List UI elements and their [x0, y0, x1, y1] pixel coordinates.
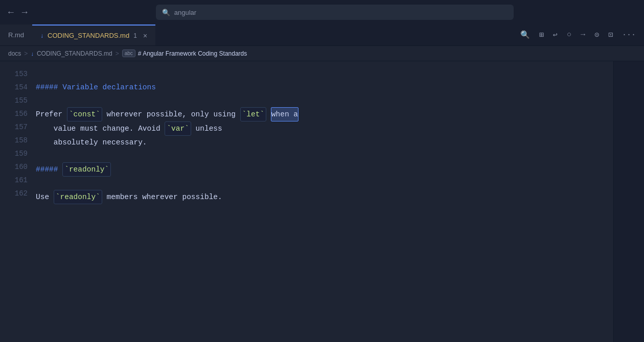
line-number-159: 159: [0, 147, 28, 160]
forward-icon[interactable]: →: [581, 31, 585, 39]
inline-code: `let`: [240, 107, 267, 121]
history-icon[interactable]: ⊙: [594, 30, 599, 40]
code-line-1: ##### Variable declarations: [36, 81, 613, 94]
code-line-8: [36, 177, 613, 190]
line-number-162: 162: [0, 187, 28, 200]
breadcrumb-sep2: >: [116, 50, 119, 57]
code-line-10: [36, 204, 613, 217]
code-line-2: [36, 94, 613, 107]
breadcrumb-sep1: >: [24, 50, 28, 57]
line-numbers: 153154155156157158159160161162: [0, 61, 36, 342]
line-number-154: 154: [0, 81, 28, 94]
tab-rmd[interactable]: R.md: [0, 25, 32, 45]
title-bar: ← → 🔍 angular: [0, 0, 644, 25]
back-button[interactable]: ←: [8, 7, 14, 17]
search-text: angular: [174, 9, 196, 16]
right-panel: [613, 61, 644, 342]
breadcrumb-heading: abc # Angular Framework Coding Standards: [122, 50, 247, 57]
tab-close-button[interactable]: ×: [143, 32, 147, 40]
code-line-0: [36, 67, 613, 81]
tab-download-icon: ↓: [40, 32, 43, 39]
search-bar[interactable]: 🔍 angular: [156, 5, 514, 20]
code-line-9: Use `readonly` members wherever possible…: [36, 190, 613, 204]
breadcrumb-heading-text: # Angular Framework Coding Standards: [138, 50, 247, 57]
search-toolbar-icon[interactable]: 🔍: [520, 30, 530, 40]
line-number-156: 156: [0, 107, 28, 120]
breadcrumb-abc-badge: abc: [122, 50, 135, 57]
editor-area: 153154155156157158159160161162 ##### Var…: [0, 61, 644, 342]
line-number-157: 157: [0, 120, 28, 134]
undo-icon[interactable]: ↩: [553, 30, 558, 40]
code-line-4: value must change. Avoid `var` unless: [36, 121, 613, 136]
inline-code: `const`: [67, 107, 102, 121]
line-number-161: 161: [0, 174, 28, 187]
inline-code: `readonly`: [62, 162, 111, 177]
line-number-155: 155: [0, 94, 28, 107]
editor-content[interactable]: ##### Variable declarationsPrefer `const…: [36, 61, 613, 342]
line-number-158: 158: [0, 134, 28, 147]
code-line-5: absolutely necessary.: [36, 136, 613, 149]
code-line-3: Prefer `const` wherever possible, only u…: [36, 107, 613, 121]
tab-badge: 1: [133, 32, 137, 39]
forward-button[interactable]: →: [22, 7, 28, 17]
layout-icon[interactable]: ⊡: [608, 30, 613, 40]
breadcrumb-file[interactable]: CODING_STANDARDS.md: [37, 50, 112, 57]
breadcrumb-docs[interactable]: docs: [8, 50, 21, 57]
tab-rmd-label: R.md: [8, 31, 24, 39]
tabs-bar: R.md ↓ CODING_STANDARDS.md 1 × 🔍 ⊞ ↩ ○ →…: [0, 25, 644, 46]
code-line-7: ##### `readonly`: [36, 162, 613, 177]
split-editor-icon[interactable]: ⊞: [539, 30, 544, 40]
tab-coding-standards[interactable]: ↓ CODING_STANDARDS.md 1 ×: [32, 25, 155, 45]
line-number-160: 160: [0, 160, 28, 174]
circle-icon[interactable]: ○: [567, 31, 571, 39]
breadcrumb: docs > ↓ CODING_STANDARDS.md > abc # Ang…: [0, 46, 644, 61]
breadcrumb-down-icon: ↓: [31, 51, 34, 57]
more-icon[interactable]: ···: [622, 31, 636, 39]
line-number-153: 153: [0, 67, 28, 81]
search-icon: 🔍: [162, 9, 170, 16]
inline-code: `var`: [165, 121, 191, 136]
inline-code: `readonly`: [54, 190, 102, 204]
nav-arrows: ← →: [8, 7, 28, 17]
code-line-6: [36, 149, 613, 162]
toolbar-icons: 🔍 ⊞ ↩ ○ → ⊙ ⊡ ···: [520, 25, 644, 45]
tab-coding-standards-label: CODING_STANDARDS.md: [48, 32, 129, 39]
